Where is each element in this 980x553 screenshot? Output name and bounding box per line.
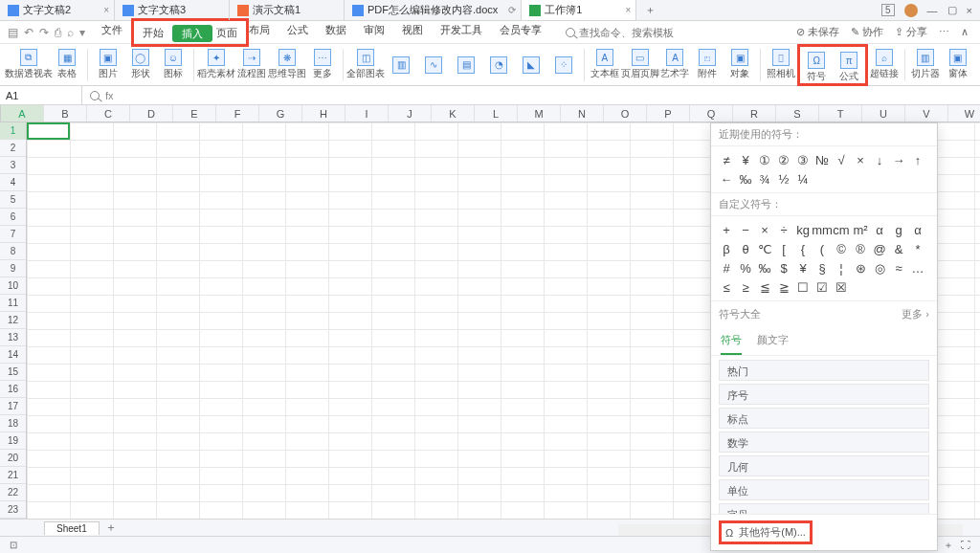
sym-custom-item[interactable]: kg: [793, 220, 813, 239]
coop-button[interactable]: ✎ 协作: [851, 25, 883, 39]
undo-icon[interactable]: ↶: [24, 26, 33, 39]
ribbon-docer[interactable]: ✦稻壳素材: [198, 44, 236, 86]
row-20[interactable]: 20: [0, 450, 26, 467]
ribbon-flow[interactable]: ⇢流程图: [235, 44, 268, 86]
ribbon-icon[interactable]: ☺图标: [157, 44, 189, 86]
sym-custom-item[interactable]: ¥: [793, 258, 813, 277]
ribbon-chart-area[interactable]: ◣: [515, 44, 547, 86]
row-22[interactable]: 22: [0, 484, 26, 501]
col-W[interactable]: W: [948, 105, 980, 122]
sym-custom-item[interactable]: ÷: [774, 220, 793, 239]
row-19[interactable]: 19: [0, 432, 26, 450]
sym-custom-item[interactable]: [: [774, 239, 793, 258]
row-7[interactable]: 7: [0, 226, 26, 243]
col-B[interactable]: B: [44, 105, 87, 122]
col-T[interactable]: T: [819, 105, 862, 122]
ribbon-equation[interactable]: π公式: [833, 47, 865, 89]
sym-custom-item[interactable]: @: [870, 239, 889, 258]
ribbon-symbol[interactable]: Ω符号: [800, 47, 833, 89]
row-4[interactable]: 4: [0, 174, 26, 191]
zoom-in-button[interactable]: ＋: [944, 539, 953, 552]
row-2[interactable]: 2: [0, 140, 26, 157]
ribbon-chart-line[interactable]: ∿: [417, 44, 450, 86]
sym-custom-item[interactable]: −: [736, 220, 755, 239]
sym-custom-item[interactable]: ☑: [813, 277, 832, 297]
spreadsheet-grid[interactable]: 1234567891011121314151617181920212223 近期…: [0, 122, 980, 520]
ribbon-chart-col[interactable]: ▤: [450, 44, 482, 86]
print-icon[interactable]: ⎙: [55, 26, 61, 39]
sym-custom-item[interactable]: ⊛: [851, 258, 870, 277]
ribbon-attach[interactable]: ⏍附件: [691, 44, 724, 86]
sym-recent-item[interactable]: ←: [717, 169, 736, 188]
sym-custom-item[interactable]: ☒: [832, 277, 851, 297]
add-sheet-button[interactable]: ＋: [105, 520, 117, 536]
avatar[interactable]: [904, 4, 918, 17]
sym-custom-item[interactable]: θ: [736, 239, 755, 258]
close-icon[interactable]: ×: [625, 5, 631, 15]
col-G[interactable]: G: [259, 105, 302, 122]
row-10[interactable]: 10: [0, 277, 26, 295]
ribbon-pivot[interactable]: ⧉数据透视表: [6, 44, 51, 86]
refresh-icon[interactable]: ⟳: [508, 5, 516, 15]
col-I[interactable]: I: [345, 105, 389, 122]
sym-custom-item[interactable]: $: [774, 258, 793, 277]
sym-custom-item[interactable]: …: [908, 258, 927, 277]
active-cell[interactable]: [27, 122, 70, 140]
sym-custom-item[interactable]: ≥: [736, 277, 755, 297]
sym-category[interactable]: 数学: [719, 431, 929, 453]
status-mode[interactable]: ⊡: [0, 540, 17, 550]
sym-custom-item[interactable]: ×: [755, 220, 774, 239]
doc-tab-2[interactable]: 文字文稿3: [115, 0, 230, 20]
row-21[interactable]: 21: [0, 467, 26, 484]
sym-recent-item[interactable]: ②: [774, 150, 793, 169]
sym-custom-item[interactable]: α: [908, 220, 927, 239]
sym-category[interactable]: 标点: [719, 408, 929, 429]
menu-member[interactable]: 会员专享: [491, 18, 550, 47]
col-P[interactable]: P: [647, 105, 690, 122]
sym-custom-item[interactable]: §: [813, 258, 832, 277]
ribbon-object[interactable]: ▣对象: [724, 44, 756, 86]
row-18[interactable]: 18: [0, 415, 26, 432]
ribbon-camera[interactable]: ⌷照相机: [765, 44, 797, 86]
ribbon-mind[interactable]: ❋思维导图: [268, 44, 306, 86]
ribbon-table[interactable]: ▦表格: [51, 44, 83, 86]
save-icon[interactable]: ▤: [8, 26, 18, 39]
col-S[interactable]: S: [776, 105, 819, 122]
ribbon-chart-bar[interactable]: ▥: [385, 44, 417, 86]
row-17[interactable]: 17: [0, 398, 26, 415]
col-C[interactable]: C: [87, 105, 130, 122]
sym-custom-item[interactable]: α: [870, 220, 889, 239]
ribbon-widget[interactable]: ▣窗体: [942, 44, 974, 86]
sym-recent-item[interactable]: ‰: [736, 169, 755, 188]
sym-recent-item[interactable]: ③: [793, 150, 813, 169]
doc-tab-3[interactable]: 演示文稿1: [230, 0, 345, 20]
col-J[interactable]: J: [389, 105, 432, 122]
sym-custom-item[interactable]: *: [908, 239, 927, 258]
sym-custom-item[interactable]: #: [717, 258, 736, 277]
sym-recent-item[interactable]: ¾: [755, 169, 774, 188]
sym-custom-item[interactable]: ◎: [870, 258, 889, 277]
sym-custom-item[interactable]: mm: [813, 220, 832, 239]
preview-icon[interactable]: ⌕: [67, 26, 74, 39]
notification-badge[interactable]: 5: [881, 4, 895, 16]
menu-file[interactable]: 文件: [93, 18, 131, 47]
menu-insert[interactable]: 插入: [172, 25, 212, 42]
close-icon[interactable]: ×: [103, 5, 109, 15]
row-14[interactable]: 14: [0, 346, 26, 364]
col-N[interactable]: N: [561, 105, 604, 122]
redo-icon[interactable]: ↷: [39, 26, 49, 39]
sym-more-link[interactable]: 更多 ›: [902, 307, 929, 321]
sym-tab-emoji[interactable]: 颜文字: [757, 327, 789, 355]
search-input[interactable]: [579, 27, 684, 38]
row-9[interactable]: 9: [0, 260, 26, 277]
sym-custom-item[interactable]: ≤: [717, 277, 736, 297]
sheet-tab-1[interactable]: Sheet1: [44, 521, 100, 535]
sym-custom-item[interactable]: β: [717, 239, 736, 258]
col-K[interactable]: K: [432, 105, 475, 122]
fx-area[interactable]: fx: [82, 90, 122, 101]
row-5[interactable]: 5: [0, 191, 26, 209]
ribbon-link[interactable]: ⌕超链接: [868, 44, 901, 86]
row-3[interactable]: 3: [0, 157, 26, 174]
ribbon-more[interactable]: ⋯更多: [306, 44, 339, 86]
sym-recent-item[interactable]: №: [813, 150, 832, 169]
